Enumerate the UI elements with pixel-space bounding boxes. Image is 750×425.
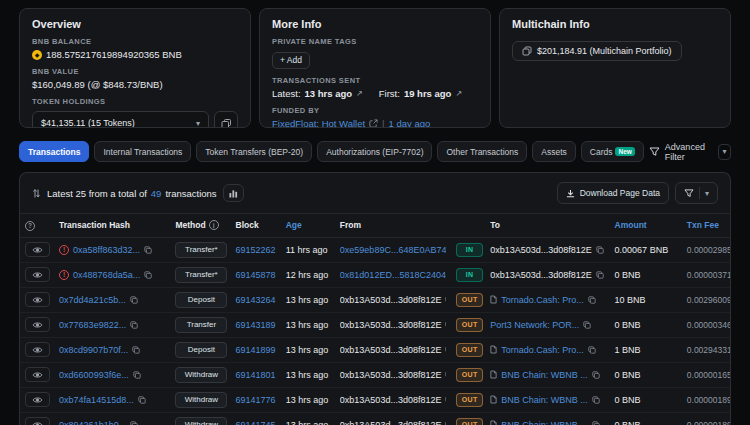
copy-icon[interactable] bbox=[144, 271, 152, 279]
direction-badge: OUT bbox=[456, 318, 483, 332]
summary-count-link[interactable]: 49 bbox=[151, 188, 162, 199]
table-summary: Latest 25 from a total of 49 transaction… bbox=[47, 188, 217, 199]
portfolio-button[interactable] bbox=[214, 111, 238, 128]
download-page-data-button[interactable]: Download Page Data bbox=[557, 182, 669, 204]
copy-icon[interactable] bbox=[138, 396, 146, 404]
to-address-link[interactable]: Tornado.Cash: Pro... bbox=[501, 295, 584, 305]
arrow-up-right-icon[interactable]: ↗ bbox=[455, 89, 462, 98]
col-from[interactable]: From bbox=[335, 214, 451, 238]
block-link[interactable]: 69145878 bbox=[236, 270, 276, 280]
block-link[interactable]: 69152262 bbox=[236, 245, 276, 255]
chart-view-button[interactable] bbox=[223, 184, 244, 202]
copy-icon[interactable] bbox=[596, 246, 604, 254]
copy-icon[interactable] bbox=[588, 346, 596, 354]
txn-fee-text: 0.00000189 bbox=[687, 420, 730, 425]
multichain-portfolio-badge[interactable]: $201,184.91 (Multichain Portfolio) bbox=[512, 41, 682, 61]
tx-hash-link[interactable]: 0x77683e9822... bbox=[59, 320, 126, 330]
tab-transactions[interactable]: Transactions bbox=[19, 141, 89, 162]
tab-other-transactions[interactable]: Other Transactions bbox=[437, 141, 527, 162]
table-filter-button[interactable]: ▾ bbox=[675, 182, 718, 204]
tab-cards[interactable]: CardsNew bbox=[581, 141, 644, 162]
tx-hash-link[interactable]: 0x894261b1b0... bbox=[59, 420, 126, 425]
arrow-up-right-icon[interactable]: ↗ bbox=[356, 89, 363, 98]
eye-button[interactable] bbox=[25, 242, 50, 257]
col-age[interactable]: Age bbox=[281, 214, 335, 238]
copy-icon[interactable] bbox=[445, 296, 446, 304]
chevron-down-icon[interactable]: ▾ bbox=[718, 144, 731, 160]
copy-icon[interactable] bbox=[592, 396, 600, 404]
copy-icon[interactable] bbox=[130, 421, 138, 425]
tx-hash-link[interactable]: 0xb74fa14515d8... bbox=[59, 395, 134, 405]
tab-assets[interactable]: Assets bbox=[532, 141, 576, 162]
tab-authorizations-eip-7702[interactable]: Authorizations (EIP-7702) bbox=[317, 141, 432, 162]
age-text: 13 hrs ago bbox=[286, 370, 329, 380]
copy-icon[interactable] bbox=[144, 246, 152, 254]
tx-hash-link[interactable]: 0xd6600993f6e... bbox=[59, 370, 129, 380]
bnb-value-text: $160,049.89 (@ $848.73/BNB) bbox=[32, 79, 238, 90]
copy-icon[interactable] bbox=[445, 396, 446, 404]
funded-by-wallet-link[interactable]: FixedFloat: Hot Wallet bbox=[272, 118, 365, 129]
add-name-tag-button[interactable]: + Add bbox=[272, 52, 310, 69]
copy-icon[interactable] bbox=[445, 321, 446, 329]
block-link[interactable]: 69141776 bbox=[236, 395, 276, 405]
advanced-filter-button[interactable]: Advanced Filter ▾ bbox=[649, 142, 731, 162]
copy-icon[interactable] bbox=[592, 371, 600, 379]
to-address-link[interactable]: Port3 Network: POR... bbox=[490, 320, 579, 330]
tx-hash-link[interactable]: 0x7dd4a21c5b... bbox=[59, 295, 126, 305]
copy-icon[interactable] bbox=[133, 371, 141, 379]
copy-icon[interactable] bbox=[445, 371, 446, 379]
eye-button[interactable] bbox=[25, 367, 50, 382]
eye-button[interactable] bbox=[25, 417, 50, 425]
copy-icon[interactable] bbox=[583, 321, 591, 329]
txn-fee-text: 0.00296009 bbox=[687, 295, 730, 305]
copy-icon[interactable] bbox=[445, 346, 446, 354]
copy-icon[interactable] bbox=[592, 421, 600, 425]
copy-icon[interactable] bbox=[445, 421, 446, 425]
block-link[interactable]: 69141801 bbox=[236, 370, 276, 380]
to-address-link[interactable]: Tornado.Cash: Pro... bbox=[501, 345, 584, 355]
amount-text: 0 BNB bbox=[615, 420, 641, 425]
external-link-icon[interactable] bbox=[369, 119, 378, 128]
copy-icon[interactable] bbox=[130, 321, 138, 329]
question-circle-icon[interactable]: ? bbox=[25, 221, 35, 231]
col-amount[interactable]: Amount bbox=[610, 214, 682, 238]
block-link[interactable]: 69143189 bbox=[236, 320, 276, 330]
tx-hash-link[interactable]: 0xa58ff863d32... bbox=[73, 245, 140, 255]
col-txn-fee[interactable]: Txn Fee bbox=[682, 214, 730, 238]
col-transaction-hash[interactable]: Transaction Hash bbox=[54, 214, 170, 238]
age-text: 13 hrs ago bbox=[286, 420, 329, 425]
first-value-link[interactable]: 19 hrs ago bbox=[404, 88, 452, 99]
col-method[interactable]: Methodi bbox=[170, 214, 230, 238]
col-block[interactable]: Block bbox=[231, 214, 281, 238]
eye-button[interactable] bbox=[25, 292, 50, 307]
eye-button[interactable] bbox=[25, 267, 50, 282]
block-link[interactable]: 69141745 bbox=[236, 420, 276, 425]
latest-value-link[interactable]: 13 hrs ago bbox=[305, 88, 353, 99]
table-toolbar: Latest 25 from a total of 49 transaction… bbox=[20, 173, 730, 213]
token-holdings-select[interactable]: $41,135.11 (15 Tokens) ▾ bbox=[32, 111, 209, 128]
copy-icon[interactable] bbox=[130, 296, 138, 304]
copy-icon[interactable] bbox=[588, 296, 596, 304]
sort-arrows-icon[interactable] bbox=[32, 188, 41, 199]
tx-hash-link[interactable]: 0x8cd9907b70f... bbox=[59, 345, 128, 355]
copy-icon[interactable] bbox=[596, 271, 604, 279]
copy-icon[interactable] bbox=[132, 346, 140, 354]
eye-button[interactable] bbox=[25, 392, 50, 407]
amount-text: 0 BNB bbox=[615, 270, 641, 280]
to-address-link[interactable]: BNB Chain: WBNB ... bbox=[501, 420, 588, 425]
col-to[interactable]: To bbox=[485, 214, 609, 238]
funded-time-link[interactable]: 1 day ago bbox=[389, 118, 431, 129]
block-link[interactable]: 69141899 bbox=[236, 345, 276, 355]
tab-token-transfers-bep-20[interactable]: Token Transfers (BEP-20) bbox=[196, 141, 312, 162]
from-address-link[interactable]: 0xe59eb89C...648E0AB74 bbox=[340, 245, 446, 255]
eye-button[interactable] bbox=[25, 317, 50, 332]
from-address-link[interactable]: 0x81d012ED...5818C2404 bbox=[340, 270, 446, 280]
info-circle-icon[interactable]: i bbox=[209, 220, 219, 230]
tab-internal-transactions[interactable]: Internal Transactions bbox=[94, 141, 191, 162]
eye-button[interactable] bbox=[25, 342, 50, 357]
tx-hash-link[interactable]: 0x488768da5a... bbox=[73, 270, 140, 280]
to-address-link[interactable]: BNB Chain: WBNB ... bbox=[501, 395, 588, 405]
block-link[interactable]: 69143264 bbox=[236, 295, 276, 305]
to-address-link[interactable]: BNB Chain: WBNB ... bbox=[501, 370, 588, 380]
multichain-info-card: Multichain Info $201,184.91 (Multichain … bbox=[499, 8, 731, 128]
